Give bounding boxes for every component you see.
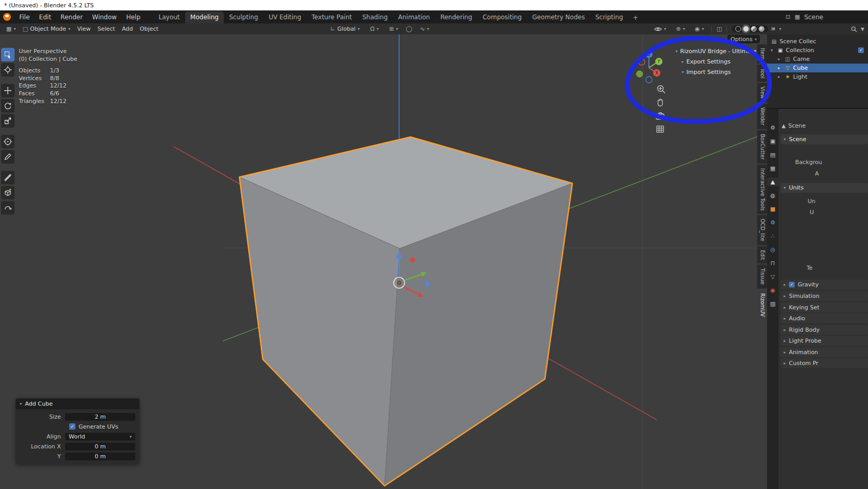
visibility-toggle[interactable]: ▾ xyxy=(652,26,669,32)
props-tab-particles-icon[interactable]: ∴ xyxy=(767,232,778,241)
sidebar-tab-tissue[interactable]: Tissue xyxy=(757,265,767,289)
cube-left-face[interactable] xyxy=(239,177,400,486)
simulation-panel[interactable]: ▸ Simulation xyxy=(781,291,868,301)
shading-solid-button[interactable] xyxy=(743,26,749,32)
sidebar-tab-tool[interactable]: Tool xyxy=(757,65,767,82)
props-tab-world-icon[interactable]: ◍ xyxy=(767,191,778,200)
sidebar-tab-edit[interactable]: Edit xyxy=(757,246,767,264)
zoom-icon[interactable] xyxy=(658,86,665,93)
workspace-tab-uv-editing[interactable]: UV Editing xyxy=(263,11,307,23)
shading-rendered-button[interactable] xyxy=(759,26,764,32)
proportional-edit-toggle[interactable]: ◯ xyxy=(406,26,412,32)
tool-move[interactable] xyxy=(1,84,15,97)
gizmo-center-ring[interactable] xyxy=(394,278,405,289)
location-y-field[interactable]: 0 m xyxy=(65,453,135,460)
add-workspace-button[interactable]: + xyxy=(628,12,643,23)
options-button[interactable]: Options ▾ xyxy=(727,35,760,43)
nav-x-ball[interactable] xyxy=(653,69,660,77)
custom-properties-panel[interactable]: ▸ Custom Pr xyxy=(781,358,868,368)
gravity-checkbox[interactable]: ✓ xyxy=(789,282,795,287)
props-tab-material-icon[interactable]: ◉ xyxy=(767,286,778,295)
cube-top-face[interactable] xyxy=(239,137,572,248)
workspace-tab-animation[interactable]: Animation xyxy=(393,11,435,23)
tool-scale[interactable] xyxy=(1,114,15,128)
keying-set-panel[interactable]: ▸ Keying Set xyxy=(781,303,868,312)
sidebar-tab-ocd-lite[interactable]: OCD_lite xyxy=(757,215,767,245)
tool-transform[interactable] xyxy=(1,135,15,148)
window-layout-icon[interactable]: ⊡ xyxy=(786,14,790,20)
outliner-row-scene-collection[interactable]: ▤ Scene Collec xyxy=(767,37,868,46)
menu-object[interactable]: Object xyxy=(137,25,161,33)
generate-uvs-checkbox[interactable]: ✓ xyxy=(69,423,75,430)
xray-toggle[interactable]: ◫ xyxy=(717,26,722,32)
snap-target-selector[interactable]: ⊞ ▾ xyxy=(387,25,401,33)
audio-panel[interactable]: ▸ Audio xyxy=(781,314,868,323)
props-tab-physics-icon[interactable]: ◎ xyxy=(767,245,778,254)
animation-panel[interactable]: ▸ Animation xyxy=(781,347,868,357)
props-tab-tool-icon[interactable]: ⚙ xyxy=(767,123,778,132)
falloff-selector[interactable]: ∿ ▾ xyxy=(417,25,431,33)
workspace-tab-shading[interactable]: Shading xyxy=(357,11,393,23)
shading-wireframe-button[interactable] xyxy=(735,26,741,32)
expand-icon[interactable]: ▸ xyxy=(778,57,782,61)
gizmo-y-arrow[interactable] xyxy=(420,272,427,277)
menu-render[interactable]: Render xyxy=(56,12,87,22)
search-icon[interactable] xyxy=(851,26,857,32)
nav-minus-y-ball[interactable] xyxy=(636,71,643,77)
gravity-panel[interactable]: ▸ ✓ Gravity xyxy=(781,280,868,290)
filter-icon[interactable]: ▼ xyxy=(861,27,864,32)
units-panel-header[interactable]: ▾ Units xyxy=(781,183,868,193)
gizmo-x-plane-handle[interactable] xyxy=(410,257,416,263)
workspace-tab-compositing[interactable]: Compositing xyxy=(477,11,527,23)
editor-type-selector[interactable]: ▦ ▾ xyxy=(4,25,18,33)
gizmo-z-plane-handle[interactable] xyxy=(424,281,430,287)
rizomuv-panel-header[interactable]: ▾ RizomUV Bridge - Ultimate Edi xyxy=(675,46,759,56)
chevron-down-icon[interactable]: ▾ xyxy=(773,27,775,31)
sidebar-tab-boxcutter[interactable]: BoxCutter xyxy=(757,130,767,164)
rigid-body-panel[interactable]: ▸ Rigid Body xyxy=(781,325,868,335)
outliner-row-collection[interactable]: ▾ ▣ Collection ✓ xyxy=(767,46,868,55)
workspace-tab-rendering[interactable]: Rendering xyxy=(435,11,477,23)
outliner-row-cube[interactable]: ▸ ▽ Cube xyxy=(767,64,868,72)
tool-measure[interactable] xyxy=(1,171,15,184)
location-x-field[interactable]: 0 m xyxy=(65,443,135,450)
tool-spin[interactable] xyxy=(1,201,15,215)
perspective-toggle-icon[interactable] xyxy=(657,126,663,132)
workspace-tab-layout[interactable]: Layout xyxy=(154,11,185,23)
nav-z-ball[interactable] xyxy=(645,51,653,58)
shading-material-button[interactable] xyxy=(751,26,757,32)
props-tab-texture-icon[interactable]: ▨ xyxy=(767,299,778,308)
cube-right-face[interactable] xyxy=(385,183,572,486)
viewlayer-image-icon[interactable]: ▦ xyxy=(795,14,800,20)
navigation-gizmo[interactable]: Z Y X xyxy=(636,51,662,83)
tool-select-box[interactable] xyxy=(1,48,15,61)
expand-icon[interactable]: ▸ xyxy=(778,66,782,70)
props-tab-render-icon[interactable]: ▣ xyxy=(767,137,778,146)
tool-annotate[interactable] xyxy=(1,150,15,164)
operator-panel-header[interactable]: ▾ Add Cube xyxy=(16,398,139,409)
light-probe-panel[interactable]: ▸ Light Probe xyxy=(781,336,868,346)
tool-cursor[interactable] xyxy=(1,63,15,77)
expand-icon[interactable]: ▸ xyxy=(778,74,782,79)
outliner-row-camera[interactable]: ▸ ◫ Came xyxy=(767,55,868,64)
props-tab-constraints-icon[interactable]: ⊓ xyxy=(767,259,778,268)
scene-panel-header[interactable]: ▾ Scene xyxy=(781,134,868,144)
tool-add-cube[interactable] xyxy=(1,186,15,199)
import-settings-panel[interactable]: ▾ Import Settings xyxy=(675,67,759,77)
props-tab-object-icon[interactable]: ■ xyxy=(767,205,778,214)
workspace-tab-sculpting[interactable]: Sculpting xyxy=(224,11,263,23)
tool-rotate[interactable] xyxy=(1,99,15,112)
nav-minus-z-ball[interactable] xyxy=(646,77,652,83)
nav-y-ball[interactable] xyxy=(655,58,662,65)
workspace-tab-scripting[interactable]: Scripting xyxy=(590,11,628,23)
outliner-row-light[interactable]: ▸ ☀ Light xyxy=(767,72,868,81)
menu-edit[interactable]: Edit xyxy=(34,12,56,22)
sidebar-tab-item[interactable]: Item xyxy=(757,44,767,64)
scene-selector[interactable]: Scene xyxy=(804,14,823,21)
workspace-tab-modeling[interactable]: Modeling xyxy=(185,11,224,23)
menu-file[interactable]: File xyxy=(15,12,34,22)
sidebar-tab-welder[interactable]: Welder xyxy=(757,104,767,129)
nav-minus-x-ball[interactable] xyxy=(639,59,645,65)
collection-checkbox[interactable]: ✓ xyxy=(858,47,864,53)
camera-view-icon[interactable] xyxy=(656,113,664,120)
